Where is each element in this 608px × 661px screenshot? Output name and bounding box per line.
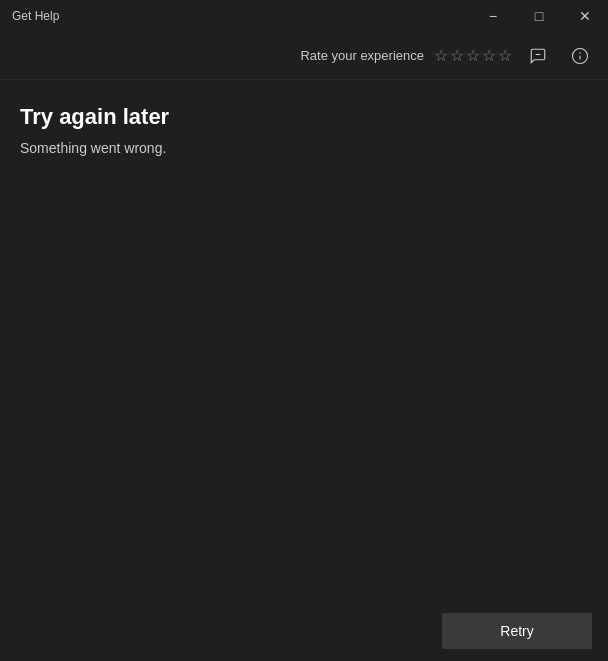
feedback-button[interactable] (522, 40, 554, 72)
star-1[interactable]: ☆ (434, 46, 448, 65)
toolbar: Rate your experience ☆ ☆ ☆ ☆ ☆ (0, 32, 608, 80)
info-button[interactable] (564, 40, 596, 72)
error-title: Try again later (20, 104, 588, 130)
retry-button[interactable]: Retry (442, 613, 592, 649)
star-2[interactable]: ☆ (450, 46, 464, 65)
app-title: Get Help (12, 9, 59, 23)
minimize-button[interactable]: − (470, 0, 516, 32)
feedback-icon (529, 47, 547, 65)
maximize-icon: □ (535, 8, 543, 24)
title-bar-left: Get Help (12, 9, 59, 23)
error-subtitle: Something went wrong. (20, 140, 588, 156)
close-button[interactable]: ✕ (562, 0, 608, 32)
star-rating[interactable]: ☆ ☆ ☆ ☆ ☆ (434, 46, 512, 65)
star-5[interactable]: ☆ (498, 46, 512, 65)
minimize-icon: − (489, 8, 497, 24)
info-icon (571, 47, 589, 65)
rate-label: Rate your experience (300, 48, 424, 63)
star-3[interactable]: ☆ (466, 46, 480, 65)
bottom-bar: Retry (0, 601, 608, 661)
star-4[interactable]: ☆ (482, 46, 496, 65)
main-content: Try again later Something went wrong. (0, 80, 608, 180)
title-bar: Get Help − □ ✕ (0, 0, 608, 32)
title-bar-controls: − □ ✕ (470, 0, 608, 32)
maximize-button[interactable]: □ (516, 0, 562, 32)
close-icon: ✕ (579, 8, 591, 24)
